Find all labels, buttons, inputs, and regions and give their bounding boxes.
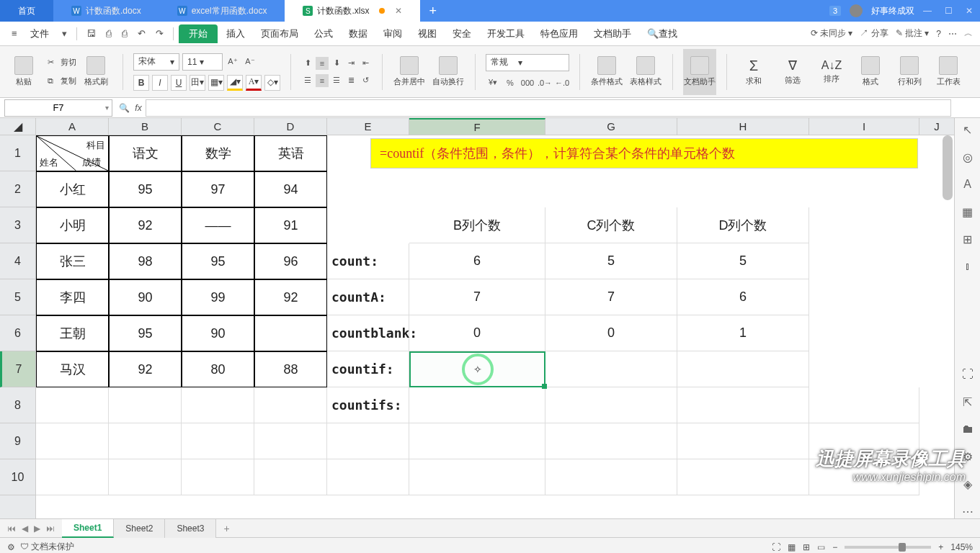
row-header-6[interactable]: 6 [0, 315, 35, 351]
decrease-decimal-icon[interactable]: ←.0 [555, 76, 569, 90]
cell-D1[interactable]: 英语 [254, 135, 327, 171]
cell-E7[interactable]: countif: [327, 351, 409, 387]
cell-B4[interactable]: 98 [109, 243, 182, 279]
column-header-D[interactable]: D [254, 118, 327, 135]
cell-C6[interactable]: 90 [182, 315, 254, 351]
worksheet-button[interactable]: 工作表 [932, 49, 965, 95]
close-window-icon[interactable]: ✕ [966, 6, 973, 16]
cell-A7[interactable]: 马汉 [36, 351, 109, 387]
cell-B8[interactable] [109, 387, 182, 423]
column-header-A[interactable]: A [36, 118, 109, 135]
cell-C1[interactable]: 数学 [182, 135, 254, 171]
column-header-G[interactable]: G [545, 118, 677, 135]
cell-F9[interactable] [409, 423, 545, 459]
menu-view[interactable]: 视图 [411, 22, 444, 45]
cell-A2[interactable]: 小红 [36, 171, 109, 207]
format-button[interactable]: 格式 [854, 49, 887, 95]
cell-D4[interactable]: 96 [254, 243, 327, 279]
format-painter-button[interactable]: 格式刷 [79, 49, 112, 95]
sheet-tab-3[interactable]: Sheet3 [165, 519, 216, 538]
redo-icon[interactable]: ↷ [151, 28, 168, 39]
column-header-C[interactable]: C [182, 118, 254, 135]
cell-B6[interactable]: 95 [109, 315, 182, 351]
file-tab-xlsx[interactable]: S 计数函数.xlsx ✕ [285, 0, 420, 22]
cell-C3[interactable]: —— [182, 207, 254, 243]
sheet-nav-next-icon[interactable]: ▶ [34, 523, 40, 534]
column-header-F[interactable]: F [409, 118, 545, 135]
formula-input[interactable] [146, 99, 951, 117]
bold-button[interactable]: B [133, 75, 149, 91]
menu-data[interactable]: 数据 [342, 22, 375, 45]
undo-icon[interactable]: ↶ [133, 28, 150, 39]
protect-icon[interactable]: 🛡 文档未保护 [20, 541, 74, 553]
cell-G4[interactable]: 5 [545, 243, 677, 279]
column-header-H[interactable]: H [677, 118, 809, 135]
avatar-icon[interactable] [850, 4, 863, 17]
cell-D5[interactable]: 92 [254, 279, 327, 315]
cell-C4[interactable]: 95 [182, 243, 254, 279]
zoom-out-icon[interactable]: − [832, 542, 837, 552]
sheet-nav-prev-icon[interactable]: ◀ [22, 523, 28, 534]
rowcol-button[interactable]: 行和列 [893, 49, 926, 95]
cell-F3[interactable]: B列个数 [409, 207, 545, 243]
sheet-nav-last-icon[interactable]: ⏭ [46, 523, 55, 534]
cell-E6[interactable]: countblank: [327, 315, 409, 351]
file-tab-docx2[interactable]: W excel常用函数.docx [159, 0, 285, 22]
doc-helper-button[interactable]: 文档助手 [683, 49, 716, 95]
column-header-E[interactable]: E [327, 118, 409, 135]
cell-B5[interactable]: 90 [109, 279, 182, 315]
indent-right-icon[interactable]: ⇤ [359, 57, 372, 70]
cell-F6[interactable]: 0 [409, 315, 545, 351]
cell-G5[interactable]: 7 [545, 279, 677, 315]
cell-B2[interactable]: 95 [109, 171, 182, 207]
menu-layout[interactable]: 页面布局 [254, 22, 306, 45]
select-all-corner[interactable]: ◢ [0, 118, 35, 135]
copy-button[interactable]: ⧉复制 [43, 74, 76, 89]
cell-B10[interactable] [109, 459, 182, 495]
percent-icon[interactable]: % [503, 76, 517, 90]
sheet-tab-2[interactable]: Sheet2 [114, 519, 165, 538]
cell-B9[interactable] [109, 423, 182, 459]
attachment-icon[interactable]: 🖿 [961, 422, 975, 436]
maximize-icon[interactable]: ☐ [945, 6, 953, 16]
cell-H9[interactable] [677, 423, 809, 459]
layout-pane-icon[interactable]: ⊞ [961, 232, 975, 246]
justify-icon[interactable]: ≣ [344, 74, 357, 87]
row-header-1[interactable]: 1 [0, 135, 35, 171]
more-pane-icon[interactable]: ⋯ [961, 504, 975, 518]
cell-E8[interactable] [327, 387, 409, 423]
filter-button[interactable]: ∇筛选 [776, 49, 809, 95]
cell-H6[interactable]: 1 [677, 315, 809, 351]
row-header-7[interactable]: 7 [0, 351, 35, 387]
notification-badge[interactable]: 3 [829, 6, 841, 16]
increase-decimal-icon[interactable]: .0→ [538, 76, 552, 90]
cell-A10[interactable] [36, 459, 109, 495]
cell-G9[interactable] [545, 423, 677, 459]
conditional-format-button[interactable]: 条件格式 [590, 49, 623, 95]
share-button[interactable]: ↗ 分享 [860, 27, 888, 40]
cell-B1[interactable]: 语文 [109, 135, 182, 171]
align-right-icon[interactable]: ☰ [330, 74, 343, 87]
sheet-tab-1[interactable]: Sheet1 [62, 519, 114, 538]
file-tab-docx1[interactable]: W 计数函数.docx [53, 0, 159, 22]
cell-A9[interactable] [36, 423, 109, 459]
view-page-icon[interactable]: ⊞ [803, 542, 810, 552]
fx-icon[interactable]: fx [131, 103, 146, 113]
cell-A1[interactable]: 科目姓名成绩 [36, 135, 109, 171]
cell-H3[interactable]: D列个数 [677, 207, 809, 243]
cell-C9[interactable] [182, 423, 254, 459]
cell-D6[interactable] [254, 315, 327, 351]
cell-G7[interactable] [545, 351, 677, 387]
collapse-ribbon-icon[interactable]: ︿ [964, 27, 973, 40]
cell-G10[interactable] [545, 459, 677, 495]
zoom-in-icon[interactable]: + [938, 542, 943, 552]
menu-start[interactable]: 开始 [179, 24, 218, 43]
row-header-10[interactable]: 10 [0, 459, 35, 495]
tab-add-button[interactable]: + [420, 4, 445, 19]
menu-formula[interactable]: 公式 [307, 22, 340, 45]
menu-search[interactable]: 🔍 查找 [640, 22, 685, 45]
align-center-icon[interactable]: ≡ [316, 74, 329, 87]
add-sheet-button[interactable]: + [216, 523, 236, 534]
cell-E5[interactable]: countA: [327, 279, 409, 315]
table-style-button[interactable]: 表格样式 [629, 49, 662, 95]
